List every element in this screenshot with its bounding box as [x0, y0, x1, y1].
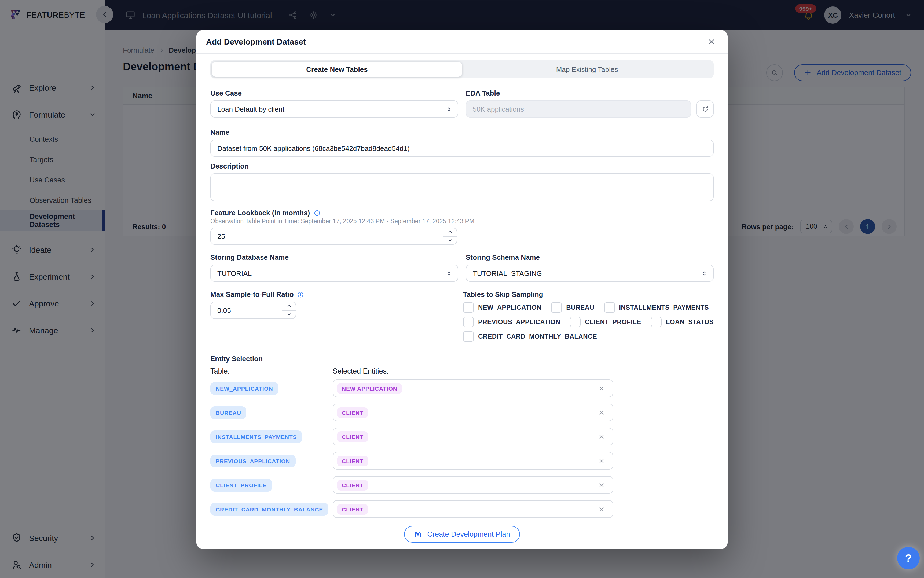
table-pill: INSTALLMENTS_PAYMENTS	[210, 430, 302, 443]
selected-entities-box[interactable]: NEW APPLICATION	[333, 380, 613, 397]
unfold-chevrons-icon	[445, 106, 452, 112]
entity-row: CLIENT_PROFILE CLIENT	[210, 476, 714, 494]
modal-title: Add Development Dataset	[206, 37, 306, 46]
stepper-up-icon[interactable]	[443, 228, 457, 236]
observation-point-in-time-hint: Observation Table Point in Time: Septemb…	[210, 218, 714, 224]
table-pill: PREVIOUS_APPLICATION	[210, 454, 295, 467]
modal-body: Create New Tables Map Existing Tables Us…	[196, 54, 728, 549]
remove-entity-icon[interactable]	[597, 456, 606, 466]
selected-entities-box[interactable]: CLIENT	[333, 404, 613, 421]
storing-database-label: Storing Database Name	[210, 253, 458, 262]
name-input[interactable]	[210, 140, 714, 157]
selected-entities-header: Selected Entities:	[333, 367, 613, 375]
close-icon[interactable]	[705, 35, 718, 48]
entity-pill: CLIENT	[337, 407, 368, 418]
table-pill: BUREAU	[210, 406, 246, 419]
entity-pill: CLIENT	[337, 455, 368, 466]
selected-entities-box[interactable]: CLIENT	[333, 500, 613, 518]
remove-entity-icon[interactable]	[597, 480, 606, 490]
feature-lookback-input[interactable]	[211, 228, 457, 244]
table-pill: CREDIT_CARD_MONTHLY_BALANCE	[210, 503, 328, 515]
checkbox-loan-status[interactable]	[651, 317, 661, 327]
entity-table-header: Table:	[210, 367, 333, 375]
unfold-chevrons-icon	[445, 270, 452, 277]
feature-lookback-field	[210, 227, 457, 245]
stepper-down-icon[interactable]	[443, 236, 457, 244]
checkbox-installments-payments[interactable]	[604, 302, 614, 313]
mode-tabs: Create New Tables Map Existing Tables	[210, 60, 714, 78]
storing-schema-label: Storing Schema Name	[466, 253, 714, 262]
feature-lookback-label: Feature Lookback (in months)	[210, 209, 310, 218]
eda-table-label: EDA Table	[466, 89, 714, 98]
modal-header: Add Development Dataset	[196, 30, 728, 54]
entity-row: PREVIOUS_APPLICATION CLIENT	[210, 452, 714, 469]
checkbox-previous-application[interactable]	[463, 317, 474, 327]
save-icon	[414, 530, 422, 539]
eda-table-input	[466, 101, 691, 117]
tab-map-existing-tables[interactable]: Map Existing Tables	[462, 62, 712, 77]
entity-selection-label: Entity Selection	[210, 355, 714, 363]
remove-entity-icon[interactable]	[597, 383, 606, 393]
app-viewport: Loan Applications Dataset UI tutorial 99…	[0, 0, 924, 578]
create-development-plan-button[interactable]: Create Development Plan	[404, 526, 520, 542]
remove-entity-icon[interactable]	[597, 408, 606, 417]
checkbox-client-profile[interactable]	[570, 317, 580, 327]
entity-row: BUREAU CLIENT	[210, 404, 714, 421]
use-case-label: Use Case	[210, 89, 458, 98]
table-pill: CLIENT_PROFILE	[210, 479, 272, 491]
table-pill: NEW_APPLICATION	[210, 382, 278, 395]
name-label: Name	[210, 128, 714, 137]
checkbox-bureau[interactable]	[551, 302, 562, 313]
entity-pill: CLIENT	[337, 431, 368, 442]
add-development-dataset-modal: Add Development Dataset Create New Table…	[196, 30, 728, 549]
storing-schema-select[interactable]: TUTORIAL_STAGING	[466, 265, 714, 282]
entity-row: CREDIT_CARD_MONTHLY_BALANCE CLIENT	[210, 500, 714, 518]
selected-entities-box[interactable]: CLIENT	[333, 428, 613, 445]
entity-pill: CLIENT	[337, 504, 368, 515]
use-case-select[interactable]: Loan Default by client	[210, 101, 458, 117]
remove-entity-icon[interactable]	[597, 504, 606, 514]
selected-entities-box[interactable]: CLIENT	[333, 476, 613, 494]
max-sample-ratio-field	[210, 302, 296, 319]
checkbox-new-application[interactable]	[463, 302, 474, 313]
entity-pill: CLIENT	[337, 479, 368, 490]
info-icon[interactable]	[297, 291, 305, 299]
description-label: Description	[210, 162, 714, 170]
max-sample-ratio-label: Max Sample-to-Full Ratio	[210, 291, 294, 299]
info-icon[interactable]	[313, 209, 321, 217]
unfold-chevrons-icon	[701, 270, 708, 277]
checkbox-credit-card-monthly-balance[interactable]	[463, 331, 474, 342]
help-button[interactable]: ?	[897, 547, 920, 570]
skip-sampling-label: Tables to Skip Sampling	[463, 291, 714, 299]
stepper-up-icon[interactable]	[282, 302, 296, 310]
selected-entities-box[interactable]: CLIENT	[333, 452, 613, 469]
refresh-icon[interactable]	[697, 101, 714, 117]
entity-row: NEW_APPLICATION NEW APPLICATION	[210, 380, 714, 397]
description-textarea[interactable]	[210, 173, 714, 201]
stepper-down-icon[interactable]	[282, 310, 296, 318]
entity-pill: NEW APPLICATION	[337, 383, 402, 394]
entity-row: INSTALLMENTS_PAYMENTS CLIENT	[210, 428, 714, 445]
remove-entity-icon[interactable]	[597, 432, 606, 442]
storing-database-select[interactable]: TUTORIAL	[210, 265, 458, 282]
tab-create-new-tables[interactable]: Create New Tables	[212, 62, 462, 77]
